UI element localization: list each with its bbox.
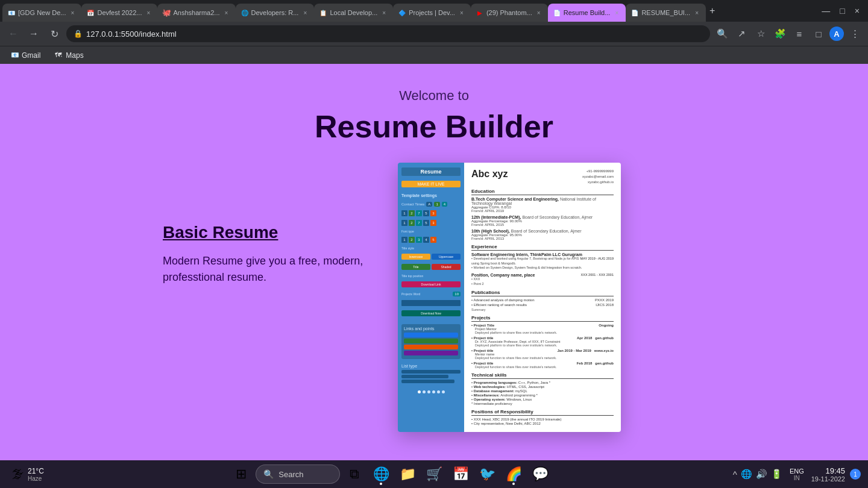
tab-close-gdg[interactable]: × — [68, 8, 77, 17]
list-item-3 — [401, 380, 454, 383]
download-link-btn[interactable]: Download Link — [401, 281, 461, 287]
projects-word-label: Projects Word 10 — [401, 292, 461, 296]
skill-proficiency: * Intermediate proficiency — [471, 402, 614, 405]
projects-input-row — [401, 300, 461, 306]
more-menu-icon[interactable]: ⋮ — [846, 25, 863, 42]
network-icon[interactable]: 🌐 — [741, 469, 752, 480]
chrome-icon: 🌈 — [506, 466, 522, 482]
tab-close-developers[interactable]: × — [301, 8, 309, 17]
profile-button[interactable]: A — [829, 27, 844, 41]
edu-item-1: B.Tech Computer Science and Engineering,… — [471, 197, 614, 213]
reload-button[interactable]: ↻ — [46, 25, 63, 42]
tab-close-resume[interactable]: × — [612, 8, 621, 17]
uppercase-btn[interactable]: Uppercase — [432, 254, 461, 260]
files-button[interactable]: 📁 — [395, 462, 420, 486]
tab-devfest[interactable]: 📅 Devfest 2022... × — [81, 4, 157, 22]
notification-dot[interactable]: 1 — [850, 469, 861, 480]
bookmark-maps[interactable]: 🗺 Maps — [51, 50, 87, 61]
clock-date: 19-11-2022 — [811, 475, 845, 483]
tab-youtube[interactable]: ▶ (29) Phantom... × — [471, 4, 548, 22]
battery-icon[interactable]: 🔋 — [771, 469, 782, 480]
volume-icon[interactable]: 🔊 — [756, 469, 767, 480]
lowercase-btn[interactable]: lowercase — [401, 254, 430, 260]
taskbar-right: ^ 🌐 🔊 🔋 ENG IN 19:45 19-11-2022 1 — [733, 466, 861, 483]
chrome-button[interactable]: 🌈 — [502, 462, 526, 486]
whatsapp-button[interactable]: 💬 — [528, 462, 552, 486]
tab-gdg[interactable]: 📧 [GDG New De... × — [2, 4, 81, 22]
store-icon: 🛒 — [426, 466, 442, 482]
contact-label: Contact Times — [401, 202, 424, 206]
dot-1[interactable] — [418, 390, 421, 393]
title-style-x[interactable]: Title — [401, 264, 430, 270]
chrome-active-indicator — [512, 483, 515, 485]
tab-close-projects[interactable]: × — [458, 8, 466, 17]
minimize-button[interactable]: — — [819, 6, 832, 16]
windows-icon: ⊞ — [236, 466, 247, 482]
tab-close-ansh[interactable]: × — [222, 8, 231, 17]
bookmark-icon[interactable]: ☆ — [752, 25, 769, 42]
dot-5[interactable] — [437, 390, 440, 393]
media-router-icon[interactable]: □ — [810, 25, 827, 42]
keyboard-region: IN — [794, 475, 800, 481]
back-button[interactable]: ← — [5, 25, 22, 42]
search-icon[interactable]: 🔍 — [714, 25, 731, 42]
make-live-button[interactable]: MAKE IT LIVE — [401, 181, 461, 187]
store-button[interactable]: 🛒 — [422, 462, 446, 486]
search-bar[interactable]: 🔍 Search — [256, 465, 340, 484]
tab-resume-builder[interactable]: 📄 Resume Build... × — [548, 4, 626, 22]
sync-icon[interactable]: ≡ — [791, 25, 808, 42]
tab-label-local: Local Develop... — [330, 9, 377, 16]
tab-close-local[interactable]: × — [380, 8, 388, 17]
dot-3[interactable] — [427, 390, 430, 393]
chevron-up-icon[interactable]: ^ — [733, 469, 737, 480]
tab-ansh[interactable]: 🐙 Anshsharma2... × — [157, 4, 235, 22]
tab-close-youtube[interactable]: × — [535, 8, 543, 17]
skill-item-3: • Database management: mySQL — [471, 389, 614, 393]
resume-card-inner: Resume MAKE IT LIVE Template settings Co… — [398, 163, 621, 432]
shaded-btn[interactable]: Shaded — [432, 264, 461, 270]
clock-time: 19:45 — [825, 466, 845, 475]
tab-label-devfest: Devfest 2022... — [97, 9, 142, 16]
start-button[interactable]: ⊞ — [229, 462, 253, 486]
tab-close-resume2[interactable]: × — [693, 8, 701, 17]
close-button[interactable]: × — [852, 6, 862, 16]
basic-resume-link[interactable]: Basic Resume — [163, 223, 374, 242]
skill-item-2: • Web technologies: HTML, CSS, Javascrip… — [471, 385, 614, 389]
weather-info: 21°C Haze — [28, 467, 44, 482]
tab-projects[interactable]: 🔷 Projects | Dev... × — [393, 4, 471, 22]
window-controls: — □ × — [816, 6, 866, 16]
publications-header: Publications — [471, 290, 614, 296]
title-style-label-row: Title style — [401, 246, 461, 250]
extension-icon[interactable]: 🧩 — [772, 25, 788, 42]
address-bar[interactable]: 🔒 127.0.0.1:5500/index.html — [66, 25, 710, 42]
share-icon[interactable]: ↗ — [733, 25, 750, 42]
tab-developers[interactable]: 🌐 Developers: R... × — [236, 4, 315, 22]
task-view-button[interactable]: ⧉ — [342, 462, 366, 486]
welcome-text: Welcome to — [399, 88, 469, 104]
new-tab-button[interactable]: + — [706, 5, 719, 16]
positions-header: Positions of Responsibility — [471, 409, 614, 416]
template-settings-label: Template settings — [401, 193, 461, 198]
mail-button[interactable]: 🐦 — [475, 462, 499, 486]
tab-local[interactable]: 📋 Local Develop... × — [314, 4, 393, 22]
weather-temp: 21°C — [28, 467, 44, 475]
carousel-dots — [401, 390, 461, 393]
dot-4[interactable] — [432, 390, 435, 393]
contact-row: Contact Times A 1 4 — [401, 202, 461, 207]
tab-resume-bui[interactable]: 📄 RESUME_BUI... × — [626, 4, 706, 22]
forward-button[interactable]: → — [25, 25, 42, 42]
weather-widget[interactable]: 🌫 21°C Haze — [7, 467, 49, 482]
dot-2[interactable] — [423, 390, 426, 393]
bookmark-gmail[interactable]: 📧 Gmail — [7, 50, 44, 61]
maximize-button[interactable]: □ — [837, 6, 847, 16]
experience-header: Experience — [471, 244, 614, 251]
skill-item-4: • Miscellaneous: Android programming * — [471, 393, 614, 397]
edge-button[interactable]: 🌐 — [369, 462, 393, 486]
calendar-button[interactable]: 📅 — [448, 462, 473, 486]
download-btn[interactable]: Download Now — [401, 310, 461, 316]
dot-6[interactable] — [442, 390, 445, 393]
link-item-3 — [404, 345, 458, 349]
bookmark-maps-label: Maps — [66, 51, 83, 60]
clock-area[interactable]: 19:45 19-11-2022 — [811, 466, 845, 483]
tab-close-devfest[interactable]: × — [144, 8, 153, 17]
